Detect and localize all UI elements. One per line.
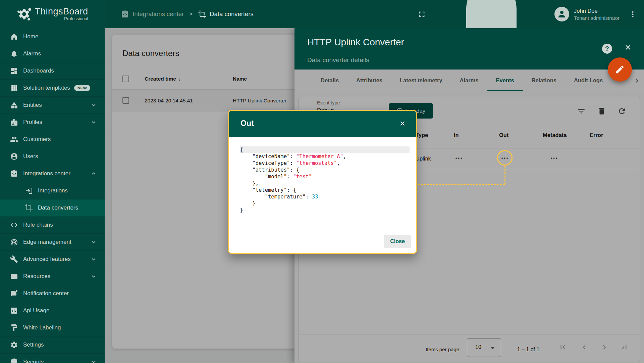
thingsboard-logo-icon <box>17 7 32 21</box>
sidebar-nav: HomeAlarmsDashboardsSolution templatesNE… <box>0 28 105 363</box>
code-line-6: }, <box>240 180 410 187</box>
pencil-icon <box>615 64 625 75</box>
sidebar-item-entities[interactable]: Entities <box>0 97 105 114</box>
sidebar-item-label: Dashboards <box>23 67 54 74</box>
out-dialog: Out × { "deviceName": "Thermometer A", "… <box>228 110 417 254</box>
new-badge: NEW <box>74 85 90 91</box>
fullscreen-icon[interactable] <box>417 10 426 19</box>
breadcrumb-separator: > <box>188 11 194 17</box>
dialog-close-icon[interactable]: × <box>396 118 409 130</box>
more-vert-icon[interactable] <box>628 10 637 19</box>
sidebar-item-customers[interactable]: Customers <box>0 131 105 148</box>
sidebar-item-solution-templates[interactable]: Solution templatesNEW <box>0 80 105 97</box>
chevron-down-icon <box>90 358 97 363</box>
account-icon <box>10 152 18 161</box>
chevron-up-icon <box>90 170 97 177</box>
close-panel-icon[interactable]: × <box>622 42 634 53</box>
sidebar-item-api-usage[interactable]: Api Usage <box>0 302 105 319</box>
sidebar-item-edge-management[interactable]: Edge management <box>0 234 105 251</box>
clipboard-icon <box>121 10 129 18</box>
sidebar-item-rule-chains[interactable]: Rule chains <box>0 217 105 234</box>
gear-icon <box>10 341 18 349</box>
code-icon <box>10 221 18 229</box>
thingsboard-app: ThingsBoard Professional HomeAlarmsDashb… <box>0 0 644 363</box>
dialog-close-button[interactable]: Close <box>384 235 411 248</box>
bell-icon <box>10 50 18 58</box>
sidebar-item-home[interactable]: Home <box>0 28 105 45</box>
user-menu[interactable]: John Doe Tenant administrator <box>574 8 620 21</box>
help-icon[interactable]: ? <box>602 44 612 54</box>
details-header: HTTP Uplink Converter Data converter det… <box>294 28 644 70</box>
build-icon <box>10 255 18 263</box>
chevron-down-icon <box>90 256 97 263</box>
folder-icon <box>10 272 18 280</box>
sidebar-item-label: Home <box>23 33 38 40</box>
code-line-7: "telemetry": { <box>240 187 410 193</box>
sidebar-item-label: Entities <box>23 102 42 108</box>
sidebar-item-label: Security <box>23 359 44 363</box>
topbar: Integrations center > Data converters 1 … <box>105 0 644 28</box>
login-icon <box>25 187 33 195</box>
sidebar-item-label: Users <box>23 153 38 160</box>
code-line-1: { <box>240 146 410 153</box>
clipboard-icon <box>10 170 18 178</box>
chatdot-icon <box>10 289 18 298</box>
sidebar-item-dashboards[interactable]: Dashboards <box>0 62 105 80</box>
code-line-10: } <box>240 207 410 214</box>
home-icon <box>10 33 18 41</box>
chevron-down-icon <box>90 238 97 246</box>
sidebar-item-security[interactable]: Security <box>0 354 105 363</box>
sidebar-item-label: Notification center <box>23 290 69 297</box>
details-subtitle: Data converter details <box>307 56 369 64</box>
person-icon <box>557 9 567 19</box>
sidebar-item-label: Integrations <box>38 187 68 194</box>
dialog-title: Out <box>240 119 254 128</box>
sidebar-item-data-converters[interactable]: Data converters <box>0 199 105 217</box>
sidebar-item-profiles[interactable]: Profiles <box>0 114 105 131</box>
tour-connector-vertical <box>504 166 505 184</box>
edit-fab-button[interactable] <box>608 57 632 82</box>
crop-icon <box>198 10 206 18</box>
breadcrumb-data-converters[interactable]: Data converters <box>198 10 254 18</box>
avatar[interactable] <box>554 7 569 21</box>
code-line-9: } <box>240 200 410 207</box>
sidebar-item-integrations[interactable]: Integrations <box>0 182 105 199</box>
badge-icon <box>10 118 18 126</box>
sidebar-item-white-labeling[interactable]: White Labeling <box>0 319 105 336</box>
brand-logo[interactable]: ThingsBoard Professional <box>0 0 105 28</box>
category-icon <box>10 101 18 109</box>
brand-edition: Professional <box>35 16 88 21</box>
breadcrumb: Integrations center > Data converters <box>121 0 254 28</box>
sidebar-item-label: Advanced features <box>23 256 71 263</box>
breadcrumb-integrations-center[interactable]: Integrations center <box>121 10 184 18</box>
sidebar-item-advanced-features[interactable]: Advanced features <box>0 251 105 268</box>
code-line-8: "temperature": 33 <box>240 193 410 200</box>
code-line-5: "model": "test" <box>240 173 410 180</box>
user-name: John Doe <box>574 8 620 14</box>
details-title: HTTP Uplink Converter <box>307 37 404 48</box>
sidebar-item-resources[interactable]: Resources <box>0 268 105 285</box>
sidebar-item-label: Solution templates <box>23 85 70 91</box>
antenna-icon <box>10 238 18 246</box>
sidebar-item-label: Profiles <box>23 119 42 126</box>
sidebar-item-label: Edge management <box>23 239 71 245</box>
sidebar-item-notification-center[interactable]: Notification center <box>0 285 105 302</box>
sidebar: ThingsBoard Professional HomeAlarmsDashb… <box>0 0 105 363</box>
sidebar-item-alarms[interactable]: Alarms <box>0 45 105 62</box>
sidebar-item-integrations-center[interactable]: Integrations center <box>0 165 105 182</box>
sidebar-item-label: Integrations center <box>23 170 70 177</box>
apps-icon <box>10 84 18 92</box>
tour-connector-horizontal <box>418 184 505 185</box>
sidebar-item-label: Rule chains <box>23 222 53 228</box>
sidebar-item-label: Resources <box>23 273 50 280</box>
dialog-header: Out × <box>229 111 416 137</box>
sidebar-item-label: Data converters <box>38 205 78 211</box>
sidebar-item-label: Settings <box>23 342 44 348</box>
user-role: Tenant administrator <box>574 15 620 21</box>
shield-icon <box>10 358 18 363</box>
sidebar-item-users[interactable]: Users <box>0 148 105 165</box>
brand-name: ThingsBoard <box>35 7 88 16</box>
main-content: Data converters Created time↓ Name 2023-… <box>105 28 644 363</box>
sidebar-item-settings[interactable]: Settings <box>0 336 105 354</box>
sidebar-item-label: White Labeling <box>23 324 61 331</box>
